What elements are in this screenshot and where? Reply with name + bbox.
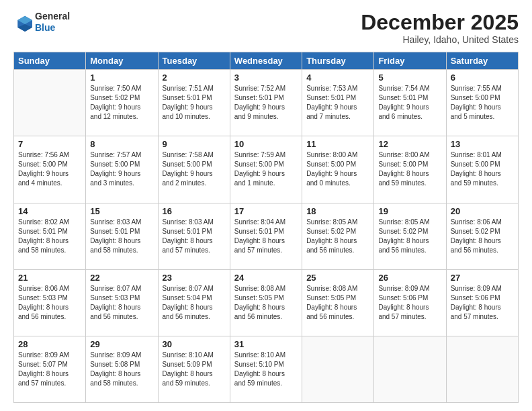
cell-info: Sunrise: 8:08 AM Sunset: 5:05 PM Dayligh… bbox=[306, 284, 369, 322]
logo-blue-text: Blue bbox=[35, 22, 70, 34]
calendar-cell: 15Sunrise: 8:03 AM Sunset: 5:01 PM Dayli… bbox=[86, 203, 158, 269]
cell-info: Sunrise: 8:04 AM Sunset: 5:01 PM Dayligh… bbox=[234, 218, 298, 255]
cell-date: 8 bbox=[90, 139, 153, 149]
calendar-cell: 12Sunrise: 8:00 AM Sunset: 5:00 PM Dayli… bbox=[374, 136, 446, 203]
cell-date: 12 bbox=[378, 139, 441, 149]
cell-info: Sunrise: 8:03 AM Sunset: 5:01 PM Dayligh… bbox=[90, 218, 153, 255]
cell-info: Sunrise: 8:01 AM Sunset: 5:00 PM Dayligh… bbox=[451, 150, 514, 188]
calendar-cell: 2Sunrise: 7:51 AM Sunset: 5:01 PM Daylig… bbox=[158, 70, 230, 136]
cell-info: Sunrise: 8:00 AM Sunset: 5:00 PM Dayligh… bbox=[378, 150, 441, 188]
cell-date: 9 bbox=[163, 139, 226, 149]
cell-info: Sunrise: 8:03 AM Sunset: 5:01 PM Dayligh… bbox=[163, 218, 226, 255]
cell-date: 25 bbox=[306, 273, 369, 283]
calendar-cell: 29Sunrise: 8:09 AM Sunset: 5:08 PM Dayli… bbox=[86, 336, 158, 402]
calendar-cell: 27Sunrise: 8:09 AM Sunset: 5:06 PM Dayli… bbox=[446, 269, 518, 336]
calendar-week-3: 14Sunrise: 8:02 AM Sunset: 5:01 PM Dayli… bbox=[14, 203, 519, 269]
cell-date: 20 bbox=[451, 206, 514, 216]
calendar-week-5: 28Sunrise: 8:09 AM Sunset: 5:07 PM Dayli… bbox=[14, 336, 519, 402]
cell-date: 3 bbox=[234, 73, 298, 83]
cell-info: Sunrise: 8:06 AM Sunset: 5:02 PM Dayligh… bbox=[451, 218, 514, 255]
col-header-monday: Monday bbox=[86, 52, 158, 70]
cell-date: 6 bbox=[451, 73, 514, 83]
main-container: General Blue December 2025 Hailey, Idaho… bbox=[0, 0, 532, 411]
cell-info: Sunrise: 8:09 AM Sunset: 5:06 PM Dayligh… bbox=[451, 284, 514, 322]
calendar-cell: 6Sunrise: 7:55 AM Sunset: 5:00 PM Daylig… bbox=[446, 70, 518, 136]
cell-date: 24 bbox=[234, 273, 298, 283]
calendar-cell bbox=[14, 70, 86, 136]
cell-info: Sunrise: 8:09 AM Sunset: 5:07 PM Dayligh… bbox=[18, 351, 81, 388]
calendar-cell: 17Sunrise: 8:04 AM Sunset: 5:01 PM Dayli… bbox=[230, 203, 302, 269]
calendar-cell: 11Sunrise: 8:00 AM Sunset: 5:00 PM Dayli… bbox=[302, 136, 374, 203]
cell-info: Sunrise: 8:09 AM Sunset: 5:08 PM Dayligh… bbox=[90, 351, 153, 388]
calendar-cell: 8Sunrise: 7:57 AM Sunset: 5:00 PM Daylig… bbox=[86, 136, 158, 203]
cell-date: 2 bbox=[163, 73, 226, 83]
calendar-cell: 9Sunrise: 7:58 AM Sunset: 5:00 PM Daylig… bbox=[158, 136, 230, 203]
col-header-sunday: Sunday bbox=[14, 52, 86, 70]
cell-date: 14 bbox=[18, 206, 81, 216]
calendar-cell: 22Sunrise: 8:07 AM Sunset: 5:03 PM Dayli… bbox=[86, 269, 158, 336]
location: Hailey, Idaho, United States bbox=[361, 34, 519, 45]
cell-date: 18 bbox=[306, 206, 369, 216]
logo-general-text: General bbox=[35, 11, 70, 22]
cell-info: Sunrise: 8:08 AM Sunset: 5:05 PM Dayligh… bbox=[234, 284, 298, 322]
cell-info: Sunrise: 7:56 AM Sunset: 5:00 PM Dayligh… bbox=[18, 150, 81, 188]
calendar-cell: 7Sunrise: 7:56 AM Sunset: 5:00 PM Daylig… bbox=[14, 136, 86, 203]
cell-date: 29 bbox=[90, 339, 153, 349]
logo-icon bbox=[13, 13, 32, 32]
month-title: December 2025 bbox=[361, 11, 519, 34]
calendar-cell: 18Sunrise: 8:05 AM Sunset: 5:02 PM Dayli… bbox=[302, 203, 374, 269]
calendar-cell: 19Sunrise: 8:05 AM Sunset: 5:02 PM Dayli… bbox=[374, 203, 446, 269]
col-header-thursday: Thursday bbox=[302, 52, 374, 70]
cell-info: Sunrise: 8:06 AM Sunset: 5:03 PM Dayligh… bbox=[18, 284, 81, 322]
calendar-cell: 4Sunrise: 7:53 AM Sunset: 5:01 PM Daylig… bbox=[302, 70, 374, 136]
cell-date: 15 bbox=[90, 206, 153, 216]
cell-info: Sunrise: 7:51 AM Sunset: 5:01 PM Dayligh… bbox=[163, 84, 226, 122]
logo: General Blue bbox=[13, 11, 70, 34]
cell-date: 11 bbox=[306, 139, 369, 149]
calendar-cell: 14Sunrise: 8:02 AM Sunset: 5:01 PM Dayli… bbox=[14, 203, 86, 269]
calendar-cell bbox=[446, 336, 518, 402]
cell-info: Sunrise: 7:53 AM Sunset: 5:01 PM Dayligh… bbox=[306, 84, 369, 122]
calendar-cell: 13Sunrise: 8:01 AM Sunset: 5:00 PM Dayli… bbox=[446, 136, 518, 203]
cell-info: Sunrise: 8:10 AM Sunset: 5:09 PM Dayligh… bbox=[163, 351, 226, 388]
calendar-cell: 16Sunrise: 8:03 AM Sunset: 5:01 PM Dayli… bbox=[158, 203, 230, 269]
calendar-cell: 5Sunrise: 7:54 AM Sunset: 5:01 PM Daylig… bbox=[374, 70, 446, 136]
cell-date: 28 bbox=[18, 339, 81, 349]
cell-info: Sunrise: 7:50 AM Sunset: 5:02 PM Dayligh… bbox=[90, 84, 153, 122]
cell-info: Sunrise: 7:52 AM Sunset: 5:01 PM Dayligh… bbox=[234, 84, 298, 122]
calendar-cell: 23Sunrise: 8:07 AM Sunset: 5:04 PM Dayli… bbox=[158, 269, 230, 336]
calendar-cell bbox=[374, 336, 446, 402]
calendar-cell: 1Sunrise: 7:50 AM Sunset: 5:02 PM Daylig… bbox=[86, 70, 158, 136]
calendar-header-row: SundayMondayTuesdayWednesdayThursdayFrid… bbox=[14, 52, 519, 70]
cell-info: Sunrise: 8:05 AM Sunset: 5:02 PM Dayligh… bbox=[306, 218, 369, 255]
cell-date: 13 bbox=[451, 139, 514, 149]
header: General Blue December 2025 Hailey, Idaho… bbox=[13, 11, 519, 45]
col-header-saturday: Saturday bbox=[446, 52, 518, 70]
calendar-cell: 25Sunrise: 8:08 AM Sunset: 5:05 PM Dayli… bbox=[302, 269, 374, 336]
cell-info: Sunrise: 7:59 AM Sunset: 5:00 PM Dayligh… bbox=[234, 150, 298, 188]
cell-info: Sunrise: 8:05 AM Sunset: 5:02 PM Dayligh… bbox=[378, 218, 441, 255]
calendar-cell: 21Sunrise: 8:06 AM Sunset: 5:03 PM Dayli… bbox=[14, 269, 86, 336]
calendar-cell: 26Sunrise: 8:09 AM Sunset: 5:06 PM Dayli… bbox=[374, 269, 446, 336]
cell-info: Sunrise: 7:57 AM Sunset: 5:00 PM Dayligh… bbox=[90, 150, 153, 188]
cell-date: 4 bbox=[306, 73, 369, 83]
col-header-tuesday: Tuesday bbox=[158, 52, 230, 70]
cell-info: Sunrise: 7:55 AM Sunset: 5:00 PM Dayligh… bbox=[451, 84, 514, 122]
calendar-week-1: 1Sunrise: 7:50 AM Sunset: 5:02 PM Daylig… bbox=[14, 70, 519, 136]
calendar-week-4: 21Sunrise: 8:06 AM Sunset: 5:03 PM Dayli… bbox=[14, 269, 519, 336]
calendar-cell: 28Sunrise: 8:09 AM Sunset: 5:07 PM Dayli… bbox=[14, 336, 86, 402]
calendar-cell bbox=[302, 336, 374, 402]
cell-date: 19 bbox=[378, 206, 441, 216]
cell-info: Sunrise: 7:58 AM Sunset: 5:00 PM Dayligh… bbox=[163, 150, 226, 188]
calendar-table: SundayMondayTuesdayWednesdayThursdayFrid… bbox=[13, 52, 519, 403]
cell-info: Sunrise: 8:02 AM Sunset: 5:01 PM Dayligh… bbox=[18, 218, 81, 255]
calendar-cell: 31Sunrise: 8:10 AM Sunset: 5:10 PM Dayli… bbox=[230, 336, 302, 402]
cell-date: 27 bbox=[451, 273, 514, 283]
cell-date: 31 bbox=[234, 339, 298, 349]
calendar-cell: 3Sunrise: 7:52 AM Sunset: 5:01 PM Daylig… bbox=[230, 70, 302, 136]
cell-date: 23 bbox=[163, 273, 226, 283]
cell-date: 1 bbox=[90, 73, 153, 83]
calendar-cell: 20Sunrise: 8:06 AM Sunset: 5:02 PM Dayli… bbox=[446, 203, 518, 269]
cell-date: 7 bbox=[18, 139, 81, 149]
col-header-friday: Friday bbox=[374, 52, 446, 70]
